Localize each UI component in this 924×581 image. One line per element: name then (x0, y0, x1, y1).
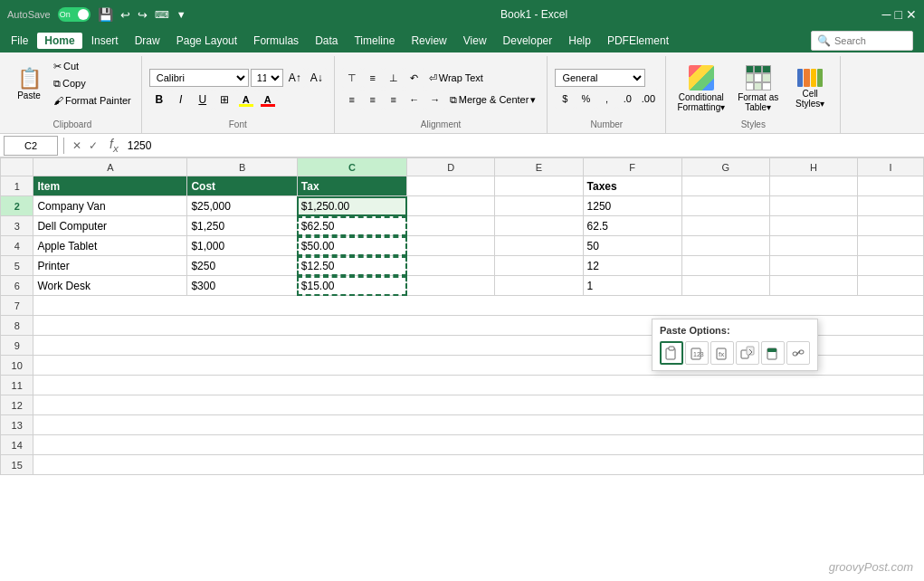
cell-i1[interactable] (858, 176, 924, 196)
fill-color-button[interactable]: A (236, 90, 256, 110)
cell-d2[interactable] (407, 196, 495, 216)
row-header-12[interactable]: 12 (1, 395, 33, 415)
paste-option-values[interactable]: 123 (685, 341, 709, 365)
align-middle-button[interactable]: ≡ (363, 68, 383, 88)
save-icon[interactable]: 💾 (98, 7, 113, 22)
wrap-text-button[interactable]: ⏎ Wrap Text (425, 70, 487, 86)
cell-c1[interactable]: Tax (297, 176, 406, 196)
menu-review[interactable]: Review (404, 33, 453, 49)
cell-g3[interactable] (681, 216, 769, 236)
col-header-i[interactable]: I (858, 158, 924, 176)
cell-g5[interactable] (681, 256, 769, 276)
col-header-c[interactable]: C (297, 158, 406, 176)
paste-button[interactable]: 📋 Paste (11, 58, 47, 109)
increase-font-button[interactable]: A↑ (285, 68, 305, 88)
cell-a1[interactable]: Item (33, 176, 187, 196)
cell-g1[interactable] (681, 176, 769, 196)
cell-f5[interactable]: 12 (583, 256, 681, 276)
menu-timeline[interactable]: Timeline (347, 33, 402, 49)
cell-h3[interactable] (769, 216, 857, 236)
paste-option-transpose[interactable] (736, 341, 759, 365)
cell-e1[interactable] (495, 176, 583, 196)
cell-i5[interactable] (858, 256, 924, 276)
cell-e4[interactable] (495, 236, 583, 256)
comma-button[interactable]: , (596, 89, 616, 109)
align-center-button[interactable]: ≡ (363, 90, 383, 110)
text-direction-button[interactable]: ↶ (405, 68, 424, 88)
col-header-b[interactable]: B (187, 158, 297, 176)
cell-c2[interactable]: $1,250.00 (297, 196, 406, 216)
underline-button[interactable]: U (193, 90, 213, 110)
cell-a6[interactable]: Work Desk (33, 276, 187, 296)
cell-a3[interactable]: Dell Computer (33, 216, 187, 236)
cell-g2[interactable] (681, 196, 769, 216)
col-header-h[interactable]: H (769, 158, 857, 176)
cell-d3[interactable] (407, 216, 495, 236)
cell-h5[interactable] (769, 256, 857, 276)
row-header-7[interactable]: 7 (1, 296, 33, 316)
cancel-formula-button[interactable]: ✕ (70, 138, 84, 153)
cell-b4[interactable]: $1,000 (187, 236, 297, 256)
col-header-e[interactable]: E (495, 158, 583, 176)
autosave-toggle[interactable]: On (58, 7, 90, 22)
cell-c3[interactable]: $62.50 (297, 216, 406, 236)
cell-b3[interactable]: $1,250 (187, 216, 297, 236)
font-size-dropdown[interactable]: 11 (251, 69, 283, 87)
cell-b1[interactable]: Cost (187, 176, 297, 196)
search-box[interactable]: 🔍 (811, 31, 913, 51)
row-header-1[interactable]: 1 (1, 176, 33, 196)
col-header-d[interactable]: D (407, 158, 495, 176)
cut-button[interactable]: ✂ Cut (51, 58, 134, 74)
cell-e5[interactable] (495, 256, 583, 276)
menu-draw[interactable]: Draw (128, 33, 167, 49)
row-header-9[interactable]: 9 (1, 336, 33, 356)
cell-h4[interactable] (769, 236, 857, 256)
cell-f4[interactable]: 50 (583, 236, 681, 256)
row-header-15[interactable]: 15 (1, 455, 33, 475)
align-right-button[interactable]: ≡ (384, 90, 404, 110)
menu-pdfelement[interactable]: PDFElement (600, 33, 676, 49)
undo-icon[interactable]: ↩ (120, 8, 130, 22)
row-header-10[interactable]: 10 (1, 356, 33, 376)
cell-g6[interactable] (681, 276, 769, 296)
percent-button[interactable]: % (576, 89, 595, 109)
cell-d4[interactable] (407, 236, 495, 256)
conditional-formatting-button[interactable]: ConditionalFormatting▾ (673, 63, 729, 114)
col-header-a[interactable]: A (33, 158, 187, 176)
cell-c4[interactable]: $50.00 (297, 236, 406, 256)
cell-g4[interactable] (681, 236, 769, 256)
cell-a2[interactable]: Company Van (33, 196, 187, 216)
paste-option-link[interactable] (786, 341, 810, 365)
row-header-8[interactable]: 8 (1, 316, 33, 336)
paste-option-formulas[interactable]: fx (710, 341, 734, 365)
cell-b6[interactable]: $300 (187, 276, 297, 296)
cell-d6[interactable] (407, 276, 495, 296)
col-header-f[interactable]: F (583, 158, 681, 176)
cell-a5[interactable]: Printer (33, 256, 187, 276)
decrease-font-button[interactable]: A↓ (307, 68, 327, 88)
menu-data[interactable]: Data (308, 33, 345, 49)
more-tools-icon[interactable]: ⌨ (155, 9, 169, 21)
cell-a4[interactable]: Apple Tablet (33, 236, 187, 256)
menu-insert[interactable]: Insert (84, 33, 126, 49)
cell-d5[interactable] (407, 256, 495, 276)
decrease-decimal-button[interactable]: .0 (617, 89, 637, 109)
row-header-5[interactable]: 5 (1, 256, 33, 276)
paste-option-paste[interactable] (660, 341, 683, 365)
menu-help[interactable]: Help (561, 33, 598, 49)
row-header-11[interactable]: 11 (1, 376, 33, 395)
copy-button[interactable]: ⧉ Copy (51, 75, 134, 91)
cell-f1[interactable]: Taxes (583, 176, 681, 196)
bold-button[interactable]: B (149, 90, 169, 110)
currency-button[interactable]: $ (555, 89, 575, 109)
row-header-4[interactable]: 4 (1, 236, 33, 256)
row-header-6[interactable]: 6 (1, 276, 33, 296)
cell-b5[interactable]: $250 (187, 256, 297, 276)
number-format-dropdown[interactable]: General (555, 69, 645, 87)
cell-h2[interactable] (769, 196, 857, 216)
cell-f2[interactable]: 1250 (583, 196, 681, 216)
row-header-3[interactable]: 3 (1, 216, 33, 236)
row-header-13[interactable]: 13 (1, 415, 33, 435)
merge-cells-button[interactable]: ⧉ Merge & Center ▾ (446, 91, 540, 108)
col-header-g[interactable]: G (681, 158, 769, 176)
